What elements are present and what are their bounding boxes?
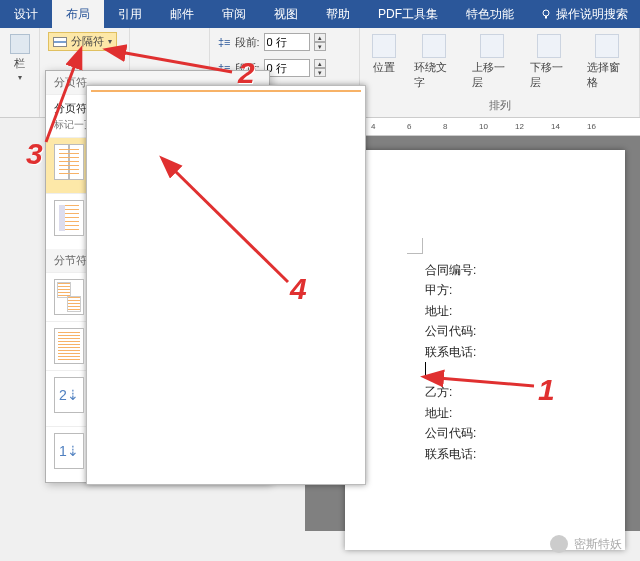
wrap-icon [54, 200, 84, 236]
wrap-text-button[interactable]: 环绕文字 [410, 32, 458, 92]
tab-特色功能[interactable]: 特色功能 [452, 0, 528, 28]
spinner-buttons[interactable]: ▴▾ [314, 33, 326, 51]
ruler-mark: 4 [371, 122, 375, 131]
cont-icon [54, 328, 84, 364]
columns-button[interactable]: 栏 ▾ [8, 32, 31, 84]
document-line[interactable]: 公司代码: [425, 423, 605, 443]
callout-2: 2 [238, 56, 255, 90]
breaks-split-button[interactable]: 分隔符 ▾ [48, 32, 117, 51]
breaks-dropdown: 分页符分页符(P)标记一页结束与下一页开始的位置。分栏符(C)指示分栏符后面的文… [45, 70, 270, 483]
watermark-icon [550, 535, 568, 553]
tab-审阅[interactable]: 审阅 [208, 0, 260, 28]
svg-rect-1 [545, 16, 547, 19]
callout-4: 4 [290, 272, 307, 306]
tab-PDF工具集[interactable]: PDF工具集 [364, 0, 452, 28]
document-line[interactable]: 地址: [425, 301, 605, 321]
document-line[interactable]: 公司代码: [425, 321, 605, 341]
document-line[interactable]: 地址: [425, 403, 605, 423]
ruler-mark: 14 [551, 122, 560, 131]
document-line[interactable] [425, 362, 605, 382]
arrange-group-label: 排列 [368, 98, 631, 113]
spinner-buttons[interactable]: ▴▾ [314, 59, 326, 77]
spacing-after-input[interactable] [264, 59, 310, 77]
spacing-before-icon: ‡≡ [218, 36, 231, 48]
ruler-mark: 10 [479, 122, 488, 131]
callout-3: 3 [26, 137, 43, 171]
ruler-mark: 8 [443, 122, 447, 131]
document-line[interactable]: 合同编号: [425, 260, 605, 280]
num-icon: 2⇣ [54, 377, 84, 413]
ribbon-tabs: 设计布局引用邮件审阅视图帮助PDF工具集特色功能操作说明搜索 [0, 0, 640, 28]
tab-邮件[interactable]: 邮件 [156, 0, 208, 28]
columns-label: 栏 [14, 56, 25, 71]
num-icon: 1⇣ [54, 433, 84, 469]
spacing-before-label: 段前: [235, 35, 260, 50]
text-cursor [425, 362, 426, 376]
bring-forward-button[interactable]: 上移一层 [468, 32, 516, 92]
breaks-label: 分隔符 [71, 34, 104, 49]
document-line[interactable]: 乙方: [425, 382, 605, 402]
chevron-down-icon: ▾ [108, 37, 112, 46]
tab-设计[interactable]: 设计 [0, 0, 52, 28]
dropdown-item[interactable]: 分页符(P)标记一页结束与下一页开始的位置。 [46, 94, 269, 137]
tab-布局[interactable]: 布局 [52, 0, 104, 28]
document-line[interactable]: 甲方: [425, 280, 605, 300]
send-backward-button[interactable]: 下移一层 [526, 32, 574, 92]
breaks-icon [53, 37, 67, 47]
document-line[interactable]: 联系电话: [425, 342, 605, 362]
help-search[interactable]: 操作说明搜索 [528, 0, 640, 28]
next-icon [54, 279, 84, 315]
document-line[interactable]: 联系电话: [425, 444, 605, 464]
position-button[interactable]: 位置 [368, 32, 400, 77]
tab-引用[interactable]: 引用 [104, 0, 156, 28]
col-icon [54, 144, 84, 180]
tab-帮助[interactable]: 帮助 [312, 0, 364, 28]
spacing-before-input[interactable] [264, 33, 310, 51]
ruler-mark: 6 [407, 122, 411, 131]
svg-point-0 [543, 10, 549, 16]
selection-pane-button[interactable]: 选择窗格 [583, 32, 631, 92]
chevron-down-icon: ▾ [18, 73, 22, 82]
ruler-mark: 16 [587, 122, 596, 131]
bulb-icon [540, 8, 552, 20]
page-icon [86, 85, 366, 485]
watermark: 密斯特妖 [550, 535, 622, 553]
callout-1: 1 [538, 373, 555, 407]
page[interactable]: 合同编号:甲方:地址:公司代码:联系电话:乙方:地址:公司代码:联系电话: [345, 150, 625, 550]
ruler-mark: 12 [515, 122, 524, 131]
tab-视图[interactable]: 视图 [260, 0, 312, 28]
